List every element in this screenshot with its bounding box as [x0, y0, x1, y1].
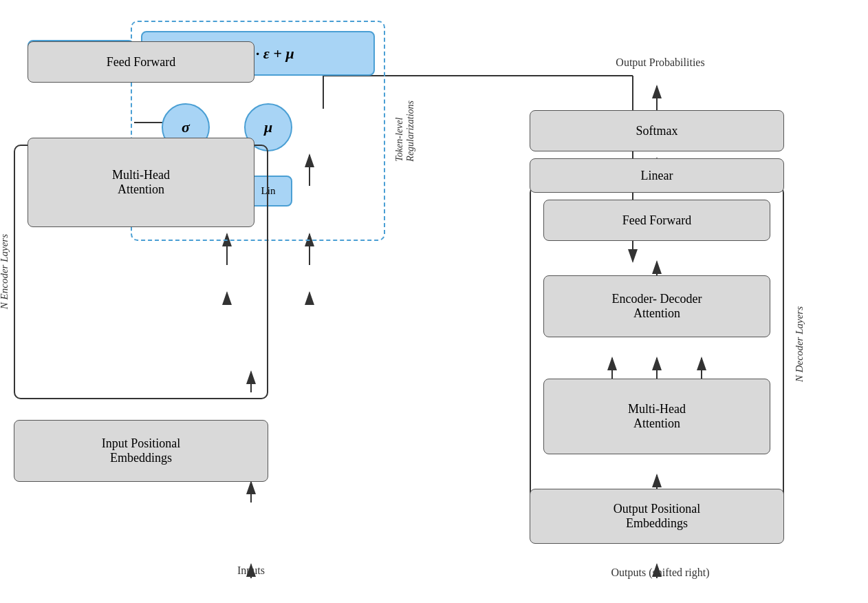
encoder-mha-label: Multi-HeadAttention — [112, 168, 170, 197]
encoder-mha-box: Multi-HeadAttention — [28, 138, 254, 227]
decoder-output-embed-box: Output PositionalEmbeddings — [530, 489, 784, 544]
decoder-feed-forward-label: Feed Forward — [622, 213, 691, 228]
encoder-input-embed-label: Input PositionalEmbeddings — [102, 436, 181, 465]
enc-dec-attention-box: Encoder- DecoderAttention — [543, 275, 770, 337]
output-probabilities-label: Output Probabilities — [543, 56, 777, 69]
decoder-mha-label: Multi-HeadAttention — [628, 402, 686, 431]
enc-dec-attention-label: Encoder- DecoderAttention — [611, 292, 702, 321]
decoder-output-embed-label: Output PositionalEmbeddings — [614, 502, 701, 531]
inputs-label: Inputs — [213, 564, 289, 577]
sigma-label: σ — [182, 118, 190, 136]
outputs-label: Outputs (shifted right) — [543, 567, 777, 579]
decoder-feed-forward-box: Feed Forward — [543, 200, 770, 241]
mu-label: μ — [264, 118, 272, 136]
decoder-linear-box: Linear — [530, 158, 784, 193]
encoder-feed-forward-label: Feed Forward — [107, 55, 175, 70]
softmax-box: Softmax — [530, 110, 784, 151]
decoder-label-container: N Decoder Layers — [790, 186, 809, 502]
decoder-mha-box: Multi-HeadAttention — [543, 379, 770, 454]
decoder-label-text: N Decoder Layers — [794, 306, 805, 382]
vae-label-container: Token-levelRegularizations — [395, 21, 415, 241]
softmax-label: Softmax — [636, 124, 678, 138]
encoder-feed-forward-box: Feed Forward — [28, 41, 254, 83]
encoder-input-embed-box: Input PositionalEmbeddings — [14, 420, 268, 482]
decoder-linear-label: Linear — [641, 169, 673, 183]
encoder-label-text: N Encoder Layers — [0, 234, 10, 309]
vae-label-text: Token-levelRegularizations — [394, 100, 416, 162]
encoder-label-container: N Encoder Layers — [0, 145, 14, 399]
